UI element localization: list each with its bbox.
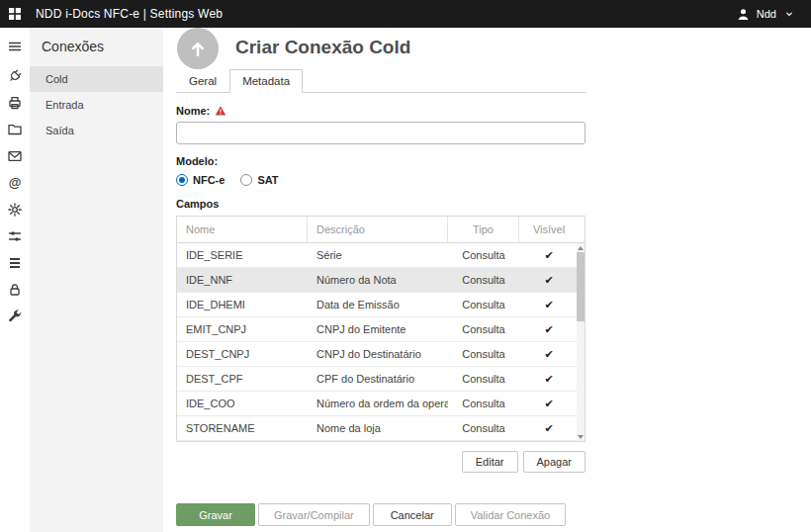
rail-item-mail[interactable] (0, 142, 30, 169)
table-row[interactable]: DEST_CPFCPF do DestinatárioConsulta✔ (177, 367, 577, 392)
table-row[interactable]: EMIT_CNPJCNPJ do EmitenteConsulta✔ (177, 317, 577, 342)
gear-icon (7, 202, 23, 218)
warning-icon (215, 105, 226, 117)
column-header-tipo[interactable]: Tipo (448, 217, 519, 242)
nome-label: Nome: (176, 105, 210, 117)
sidebar-item-cold[interactable]: Cold (30, 66, 163, 92)
tabs: GeralMetadata (176, 69, 586, 93)
check-icon: ✔ (544, 299, 553, 311)
icon-rail: @ (0, 28, 30, 532)
gravar-compilar-button[interactable]: Gravar/Compilar (258, 503, 370, 526)
main-content: Criar Conexão Cold GeralMetadata Nome: M… (163, 28, 811, 532)
table-row[interactable]: STORENAMENome da lojaConsulta✔ (177, 416, 577, 441)
cell-nome: DEST_CNPJ (177, 348, 308, 360)
nome-input[interactable] (176, 122, 586, 144)
cancelar-button[interactable]: Cancelar (373, 503, 452, 526)
rail-item-folder[interactable] (0, 116, 30, 142)
table-body: IDE_SERIESérieConsulta✔IDE_NNFNúmero da … (177, 243, 577, 441)
scroll-up-icon[interactable] (577, 243, 585, 252)
gravar-button[interactable]: Gravar (176, 503, 255, 526)
at-sign-icon: @ (7, 175, 23, 191)
cell-visivel: ✔ (519, 398, 577, 410)
radio-sat[interactable]: SAT (240, 174, 278, 186)
validar-conex-o-button[interactable]: Validar Conexão (455, 503, 567, 526)
rail-item-lock[interactable] (0, 276, 30, 303)
cell-tipo: Consulta (448, 249, 519, 261)
cell-nome: IDE_DHEMI (177, 299, 308, 310)
campos-label: Campos (176, 198, 586, 210)
check-icon: ✔ (544, 249, 553, 262)
user-menu[interactable]: Ndd (736, 6, 811, 22)
cell-visivel: ✔ (519, 323, 577, 336)
app-title: NDD i-Docs NFC-e | Settings Web (36, 7, 223, 21)
table-row[interactable]: IDE_NNFNúmero da NotaConsulta✔ (177, 268, 577, 293)
rail-item-wrench[interactable] (0, 303, 30, 329)
table-row[interactable]: DEST_CNPJCNPJ do DestinatárioConsulta✔ (177, 342, 577, 367)
cell-tipo: Consulta (448, 299, 519, 310)
check-icon: ✔ (544, 398, 553, 410)
folder-icon (7, 122, 23, 137)
check-icon: ✔ (544, 274, 553, 287)
check-icon: ✔ (544, 422, 553, 435)
cell-tipo: Consulta (448, 323, 519, 335)
cell-nome: STORENAME (177, 422, 308, 434)
scroll-down-icon[interactable] (577, 432, 585, 441)
lock-icon (7, 282, 23, 298)
table-scrollbar[interactable] (577, 243, 585, 441)
table-row[interactable]: IDE_SERIESérieConsulta✔ (177, 243, 577, 268)
rail-item-printer[interactable] (0, 89, 30, 116)
apagar-button[interactable]: Apagar (523, 451, 586, 473)
user-name: Ndd (757, 8, 776, 20)
column-header-vis-vel[interactable]: Visível (519, 217, 579, 242)
scrollbar-thumb[interactable] (577, 252, 585, 321)
upload-circle-icon (177, 28, 219, 69)
cell-visivel: ✔ (519, 249, 577, 262)
campos-table: NomeDescriçãoTipoVisível IDE_SERIESérieC… (176, 216, 586, 442)
check-icon: ✔ (544, 348, 553, 361)
tab-metadata[interactable]: Metadata (229, 69, 303, 93)
modelo-label: Modelo: (176, 155, 586, 167)
sliders-icon (7, 228, 23, 244)
radio-circle-icon (176, 174, 188, 186)
cell-nome: DEST_CPF (177, 373, 308, 385)
stack-icon (7, 255, 23, 271)
cell-visivel: ✔ (519, 422, 577, 435)
rail-item-stack[interactable] (0, 249, 30, 276)
nome-label-row: Nome: (176, 105, 586, 117)
cell-tipo: Consulta (448, 422, 519, 434)
sidebar-item-entrada[interactable]: Entrada (30, 92, 163, 118)
mail-icon (7, 148, 23, 164)
cell-visivel: ✔ (519, 348, 577, 361)
sidebar-title: Conexões (30, 28, 163, 66)
editar-button[interactable]: Editar (462, 451, 518, 473)
cell-nome: IDE_NNF (177, 274, 308, 286)
cell-visivel: ✔ (519, 373, 577, 386)
footer-actions: GravarGravar/CompilarCancelarValidar Con… (176, 503, 566, 526)
rail-item-at-sign[interactable]: @ (0, 169, 30, 196)
column-header-descri-o[interactable]: Descrição (308, 217, 448, 242)
sidebar-item-sa-da[interactable]: Saída (30, 118, 163, 143)
cell-tipo: Consulta (448, 398, 519, 409)
cell-descricao: Nome da loja (308, 422, 448, 434)
cell-descricao: Número da Nota (308, 274, 448, 286)
table-row[interactable]: IDE_COONúmero da ordem da operaç...Consu… (177, 392, 577, 416)
check-icon: ✔ (544, 373, 553, 386)
app-launcher-icon[interactable] (0, 0, 30, 28)
rail-item-sliders[interactable] (0, 222, 30, 249)
modelo-options: NFC-eSAT (176, 174, 586, 186)
page-title: Criar Conexão Cold (235, 37, 410, 58)
rail-item-gear[interactable] (0, 196, 30, 222)
tab-geral[interactable]: Geral (176, 69, 229, 93)
topbar: NDD i-Docs NFC-e | Settings Web Ndd (0, 0, 811, 28)
table-row[interactable]: IDE_DHEMIData de EmissãoConsulta✔ (177, 293, 577, 317)
cell-descricao: Data de Emissão (308, 299, 448, 310)
page-header: Criar Conexão Cold (176, 28, 811, 67)
rail-item-menu[interactable] (0, 33, 30, 59)
radio-nfc-e[interactable]: NFC-e (176, 174, 225, 186)
column-header-nome[interactable]: Nome (177, 217, 308, 242)
cell-nome: IDE_SERIE (177, 249, 308, 261)
rail-item-plug[interactable] (0, 62, 30, 89)
cell-descricao: CPF do Destinatário (308, 373, 448, 385)
table-header: NomeDescriçãoTipoVisível (177, 217, 585, 243)
cell-visivel: ✔ (519, 274, 577, 287)
